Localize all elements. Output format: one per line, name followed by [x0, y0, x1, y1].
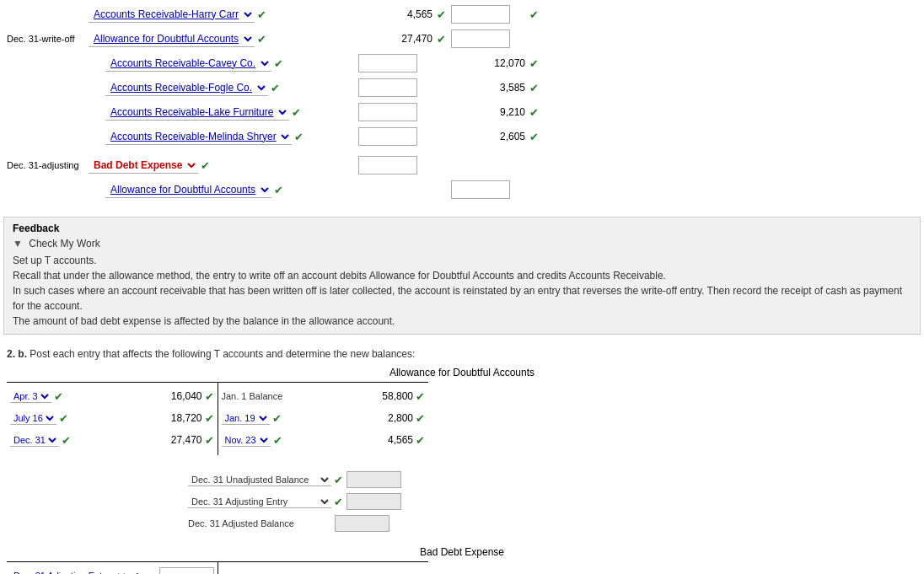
debit-input-bad-debt[interactable] — [358, 156, 417, 174]
check-my-work: ▼ Check My Work — [13, 238, 911, 249]
t-value-july16: 18,720 — [148, 412, 202, 424]
credit-check-cavey: ✔ — [529, 57, 544, 70]
balance-row-adjusting: Dec. 31 Adjusting Entry ✔ — [188, 491, 432, 511]
check-jan1: ✔ — [416, 390, 425, 403]
t-select-jan19[interactable]: Jan. 19 — [222, 412, 270, 425]
credit-check-melinda: ✔ — [529, 131, 544, 143]
account-cell: Accounts Receivable-Harry Carr ✔ — [89, 7, 358, 23]
feedback-section: Feedback ▼ Check My Work Set up T accoun… — [3, 217, 921, 335]
account-dropdown-fogle[interactable]: Accounts Receivable-Fogle Co. — [105, 80, 268, 96]
journal-row-allowance-adj: Allowance for Doubtful Accounts ✔ — [0, 179, 924, 201]
check-icon-fogle: ✔ — [271, 82, 280, 94]
t-row-apr3: Apr. 3 ✔ 16,040 ✔ — [10, 386, 214, 406]
credit-value-cavey: 12,070 — [451, 57, 527, 69]
debit-value-harry-carr: 4,565 — [358, 8, 434, 20]
check-icon-bad-debt: ✔ — [201, 159, 210, 172]
section-label: 2. b. Post each entry that affects the f… — [7, 348, 917, 360]
account-dropdown-lake[interactable]: Accounts Receivable-Lake Furniture — [105, 105, 289, 121]
t-row-jan1: Jan. 1 Balance 58,800 ✔ — [222, 386, 426, 406]
journal-section: Accounts Receivable-Harry Carr ✔ 4,565 ✔… — [0, 0, 924, 210]
credit-value-lake: 9,210 — [451, 106, 527, 118]
arrow-icon: ▼ — [13, 238, 23, 249]
t-value-dec31-left: 27,470 — [148, 434, 202, 446]
debit-input-lake[interactable] — [358, 103, 417, 121]
check-nov23: ✔ — [273, 434, 282, 447]
t-label-jan1: Jan. 1 Balance — [222, 391, 283, 401]
account-cell-cavey: Accounts Receivable-Cavey Co. ✔ — [89, 56, 358, 72]
feedback-line-2: Recall that under the allowance method, … — [13, 268, 911, 283]
account-cell-allowance-adj: Allowance for Doubtful Accounts ✔ — [89, 182, 358, 198]
bad-debt-section: Bad Debt Expense Dec. 31 Adjusting Entry… — [7, 546, 917, 574]
check-july16-val: ✔ — [205, 412, 214, 425]
balance-rows: Dec. 31 Unadjusted Balance ✔ Dec. 31 Adj… — [188, 469, 432, 533]
debit-value-allowance: 27,470 — [358, 33, 434, 45]
journal-row-lake: Accounts Receivable-Lake Furniture ✔ 9,2… — [0, 101, 924, 123]
account-cell-melinda: Accounts Receivable-Melinda Shryer ✔ — [89, 129, 358, 145]
t-select-apr3[interactable]: Apr. 3 — [10, 390, 51, 403]
check-jan19-val: ✔ — [416, 412, 425, 425]
check-bad-debt-adj: ✔ — [131, 570, 140, 575]
balance-input-adjusting[interactable] — [346, 493, 401, 510]
credit-input-allowance-adj[interactable] — [451, 180, 510, 199]
account-dropdown-harry-carr[interactable]: Accounts Receivable-Harry Carr — [89, 7, 255, 23]
account-cell-lake: Accounts Receivable-Lake Furniture ✔ — [89, 105, 358, 121]
debit-check-allowance: ✔ — [437, 33, 451, 46]
credit-check-harry-carr: ✔ — [529, 8, 544, 21]
t-row-july16: July 16 ✔ 18,720 ✔ — [10, 408, 214, 428]
check-adjusting: ✔ — [334, 496, 343, 508]
account-dropdown-melinda[interactable]: Accounts Receivable-Melinda Shryer — [105, 129, 292, 145]
balance-input-adjusted[interactable] — [335, 515, 389, 532]
feedback-line-3: In such cases where an account receivabl… — [13, 283, 911, 314]
main-container: Accounts Receivable-Harry Carr ✔ 4,565 ✔… — [0, 0, 924, 574]
t-row-jan19: Jan. 19 ✔ 2,800 ✔ — [222, 408, 426, 428]
debit-input-cavey[interactable] — [358, 54, 417, 72]
feedback-text: Set up T accounts. Recall that under the… — [13, 253, 911, 329]
balance-input-unadjusted[interactable] — [346, 471, 401, 488]
journal-row-bad-debt: Dec. 31-adjusting Bad Debt Expense ✔ — [0, 154, 924, 176]
account-dropdown-bad-debt[interactable]: Bad Debt Expense — [89, 158, 198, 174]
feedback-line-1: Set up T accounts. — [13, 253, 911, 268]
section-number: 2. b. — [7, 348, 27, 360]
account-dropdown-allowance-adj[interactable]: Allowance for Doubtful Accounts — [105, 182, 271, 198]
account-dropdown-cavey[interactable]: Accounts Receivable-Cavey Co. — [105, 56, 271, 72]
credit-value-fogle: 3,585 — [451, 82, 527, 94]
bad-debt-t-container: Dec. 31 Adjusting Entry ✔ — [7, 561, 428, 574]
credit-check-lake: ✔ — [529, 106, 544, 119]
t-row-dec31-left: Dec. 31 ✔ 27,470 ✔ — [10, 430, 214, 450]
journal-row-fogle: Accounts Receivable-Fogle Co. ✔ 3,585 ✔ — [0, 77, 924, 99]
bad-debt-right — [218, 561, 429, 574]
credit-input-allowance[interactable] — [451, 30, 510, 48]
date-adjusting: Dec. 31-adjusting — [0, 160, 84, 170]
check-icon-harry-carr: ✔ — [257, 8, 266, 21]
t-value-jan19: 2,800 — [358, 412, 413, 424]
check-apr3-val: ✔ — [205, 390, 214, 403]
balance-select-adjusting[interactable]: Dec. 31 Adjusting Entry — [188, 496, 331, 508]
balance-row-adjusted: Dec. 31 Adjusted Balance — [188, 512, 432, 533]
check-icon-allowance-adj: ✔ — [274, 184, 283, 196]
t-select-nov23[interactable]: Nov. 23 — [222, 434, 271, 447]
account-dropdown-allowance-writeoff[interactable]: Allowance for Doubtful Accounts — [89, 31, 255, 47]
allowance-t-title: Allowance for Doubtful Accounts — [7, 367, 917, 378]
t-select-bad-debt-adj[interactable]: Dec. 31 Adjusting Entry — [10, 570, 128, 575]
debit-input-fogle[interactable] — [358, 78, 417, 97]
account-cell-bad-debt: Bad Debt Expense ✔ — [89, 158, 358, 174]
bad-debt-left: Dec. 31 Adjusting Entry ✔ — [7, 561, 218, 574]
check-apr3: ✔ — [54, 390, 63, 403]
t-select-dec31-left[interactable]: Dec. 31 — [10, 434, 59, 447]
credit-check-fogle: ✔ — [529, 82, 544, 94]
allowance-t-right: Jan. 1 Balance 58,800 ✔ Jan. 19 ✔ 2,800 … — [218, 382, 429, 455]
feedback-title: Feedback — [13, 223, 911, 234]
credit-input-harry-carr[interactable] — [451, 5, 510, 24]
debit-input-melinda[interactable] — [358, 127, 417, 146]
check-icon-allowance-writeoff: ✔ — [257, 33, 266, 46]
balance-select-unadjusted[interactable]: Dec. 31 Unadjusted Balance — [188, 474, 331, 486]
journal-row-harry-carr: Accounts Receivable-Harry Carr ✔ 4,565 ✔… — [0, 3, 924, 25]
t-input-bad-debt-adj[interactable] — [159, 567, 214, 574]
date-writeoff: Dec. 31-write-off — [0, 34, 84, 44]
account-cell-fogle: Accounts Receivable-Fogle Co. ✔ — [89, 80, 358, 96]
check-unadjusted: ✔ — [334, 474, 343, 486]
journal-row-melinda: Accounts Receivable-Melinda Shryer ✔ 2,6… — [0, 126, 924, 148]
t-select-july16[interactable]: July 16 — [10, 412, 56, 425]
allowance-t-left: Apr. 3 ✔ 16,040 ✔ July 16 ✔ 18,720 ✔ — [7, 382, 218, 455]
check-nov23-val: ✔ — [416, 434, 425, 447]
